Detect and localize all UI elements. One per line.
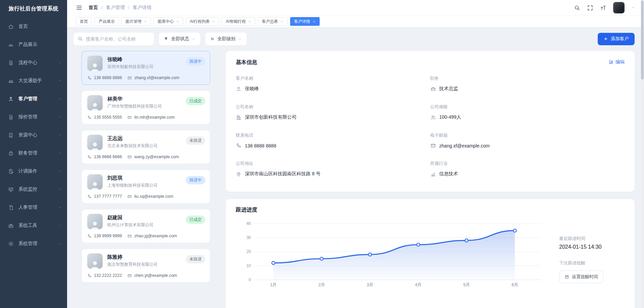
sidebar-item[interactable]: 系统监控 bbox=[0, 180, 67, 198]
close-icon[interactable] bbox=[144, 20, 147, 23]
customer-phone: 136 6666 6666 bbox=[94, 155, 122, 159]
field-value: 技术总监 bbox=[439, 86, 458, 92]
sidebar-item[interactable]: 首页 bbox=[0, 17, 67, 36]
field-icon bbox=[236, 115, 241, 120]
sidebar-item[interactable]: 财务管理 bbox=[0, 144, 67, 162]
customer-card[interactable]: 林美华 广州市智慧物联科技有限公司 已成交 135 5555 5555 lin.… bbox=[82, 90, 210, 124]
tab-label: AI智能行程 bbox=[226, 19, 246, 24]
chevron-down-icon bbox=[58, 133, 62, 137]
edit-icon bbox=[608, 60, 613, 65]
customer-card[interactable]: 刘思琪 上海智能制造科技有限公司 跟进中 137 7777 7777 liu.s… bbox=[82, 170, 210, 203]
search-input[interactable] bbox=[86, 37, 150, 42]
level-filter[interactable]: 全部级别 bbox=[205, 32, 247, 46]
tab[interactable]: 图片管理 bbox=[121, 17, 151, 26]
font-size-icon[interactable] bbox=[600, 5, 606, 11]
fullscreen-icon[interactable] bbox=[587, 5, 593, 11]
tab[interactable]: 客户总表 bbox=[258, 17, 287, 26]
field-label: 职务 bbox=[430, 75, 625, 81]
close-icon[interactable] bbox=[313, 20, 316, 23]
svg-text:0: 0 bbox=[249, 278, 251, 282]
sidebar-item[interactable]: 系统管理 bbox=[0, 235, 67, 253]
sidebar-item[interactable]: 产品展示 bbox=[0, 36, 67, 54]
customer-company: 南京智慧教育科技有限公司 bbox=[107, 262, 158, 267]
sidebar-item[interactable]: 系统工具 bbox=[0, 217, 67, 235]
sidebar-item[interactable]: 客户管理 bbox=[0, 90, 67, 108]
tab[interactable]: 产品展示 bbox=[95, 17, 119, 26]
sidebar-item-label: 首页 bbox=[18, 23, 28, 29]
tab[interactable]: 图库中心 bbox=[154, 17, 183, 26]
sidebar-item-icon bbox=[8, 205, 14, 210]
status-badge: 已成交 bbox=[186, 97, 205, 105]
sidebar-item-icon bbox=[8, 187, 14, 192]
sidebar-item[interactable]: 大交通助手 bbox=[0, 72, 67, 90]
customer-company: 深圳市创新科技有限公司 bbox=[107, 64, 154, 70]
field-icon bbox=[430, 86, 436, 92]
phone-icon bbox=[87, 76, 92, 80]
customer-name: 王志远 bbox=[107, 135, 158, 142]
sidebar-item-label: 产品展示 bbox=[18, 42, 37, 48]
sidebar-item-label: 人事管理 bbox=[18, 204, 37, 210]
customer-card[interactable]: 王志远 北京未来数据技术有限公司 未跟进 136 6666 6666 wang.… bbox=[82, 130, 210, 164]
chevron-down-icon bbox=[58, 97, 62, 101]
person-icon bbox=[89, 141, 101, 150]
close-icon[interactable] bbox=[248, 20, 251, 23]
breadcrumb-customer-mgmt[interactable]: 客户管理 bbox=[106, 5, 125, 11]
edit-button[interactable]: 编辑 bbox=[608, 59, 625, 65]
breadcrumb-home[interactable]: 首页 bbox=[89, 5, 98, 11]
customer-phone: 138 8888 8888 bbox=[94, 75, 122, 80]
chevron-down-icon bbox=[58, 187, 62, 191]
chevron-down-icon bbox=[58, 205, 62, 209]
customer-list: 张晓峰 深圳市创新科技有限公司 跟进中 138 8888 8888 zhang.… bbox=[82, 51, 210, 308]
customer-detail: 基本信息 编辑 客户名称 张晓峰 bbox=[226, 51, 635, 308]
sidebar: 旅行社后台管理系统 首页 产品展示 流程中心 大交通助手 bbox=[0, 0, 67, 308]
field-icon bbox=[236, 143, 241, 148]
sidebar-item-icon bbox=[8, 223, 14, 229]
menu-toggle-icon[interactable] bbox=[76, 4, 83, 11]
caret-down-icon[interactable] bbox=[631, 6, 635, 10]
breadcrumb-customer-detail: 客户详情 bbox=[133, 5, 152, 11]
scrollbar-thumb[interactable] bbox=[641, 1, 644, 79]
sidebar-item[interactable]: 人事管理 bbox=[0, 198, 67, 217]
sidebar-item[interactable]: 报价管理 bbox=[0, 108, 67, 126]
detail-field: 公司规模 100-499人 bbox=[430, 104, 625, 120]
tab[interactable]: AI智能行程 bbox=[222, 17, 255, 26]
detail-field: 联系电话 138 8888 8888 bbox=[236, 132, 430, 148]
field-label: 电子邮箱 bbox=[430, 132, 625, 138]
last-followup-time: 2024-01-15 14:30 bbox=[559, 244, 603, 250]
close-icon[interactable] bbox=[176, 20, 179, 23]
sidebar-item-icon bbox=[8, 42, 14, 48]
customer-email: zhao.jg@example.com bbox=[134, 234, 177, 238]
tab-label: 客户总表 bbox=[262, 19, 278, 24]
sidebar-item-icon bbox=[8, 132, 14, 138]
customer-email: lin.mh@example.com bbox=[134, 115, 174, 120]
search-icon[interactable] bbox=[574, 5, 580, 11]
tab[interactable]: AI行程列表 bbox=[186, 17, 219, 26]
sidebar-item-icon bbox=[8, 241, 14, 247]
field-value: 深圳市南山区科技园南区科技路 8 号 bbox=[245, 171, 321, 177]
customer-email: chen.yt@example.com bbox=[134, 273, 177, 278]
sidebar-item-label: 流程中心 bbox=[18, 60, 37, 66]
content-area: 全部状态 全部级别 添加客户 bbox=[67, 27, 644, 308]
mail-icon bbox=[127, 76, 132, 80]
sidebar-item[interactable]: 流程中心 bbox=[0, 54, 67, 72]
close-icon[interactable] bbox=[212, 20, 215, 23]
customer-card[interactable]: 张晓峰 深圳市创新科技有限公司 跟进中 138 8888 8888 zhang.… bbox=[82, 51, 210, 85]
sidebar-item[interactable]: 计调操作 bbox=[0, 162, 67, 180]
set-reminder-button[interactable]: 设置提醒时间 bbox=[559, 270, 603, 283]
user-avatar[interactable] bbox=[613, 2, 625, 13]
svg-text:40: 40 bbox=[247, 221, 251, 226]
add-customer-button[interactable]: 添加客户 bbox=[598, 33, 635, 45]
customer-phone: 135 5555 5555 bbox=[94, 115, 122, 120]
status-filter[interactable]: 全部状态 bbox=[159, 32, 201, 46]
customer-name: 张晓峰 bbox=[107, 56, 154, 63]
customer-card[interactable]: 赵建国 杭州云计算技术有限公司 已成交 139 9999 9999 zhao.j… bbox=[82, 209, 210, 243]
tab[interactable]: 首页 bbox=[76, 17, 92, 26]
toolbar: 全部状态 全部级别 添加客户 bbox=[73, 32, 635, 46]
customer-card[interactable]: 陈雅婷 南京智慧教育科技有限公司 未跟进 132 2222 2222 chen.… bbox=[82, 249, 210, 283]
sidebar-item-icon bbox=[8, 96, 14, 102]
tab-label: 客户详情 bbox=[294, 19, 310, 24]
close-icon[interactable] bbox=[280, 20, 283, 23]
tab[interactable]: 客户详情 bbox=[290, 17, 320, 26]
followup-card: 跟进进度 0102030401月2月3月4月5月6月 最近跟进时间 2024-0… bbox=[226, 199, 635, 308]
sidebar-item[interactable]: 资源中心 bbox=[0, 126, 67, 144]
